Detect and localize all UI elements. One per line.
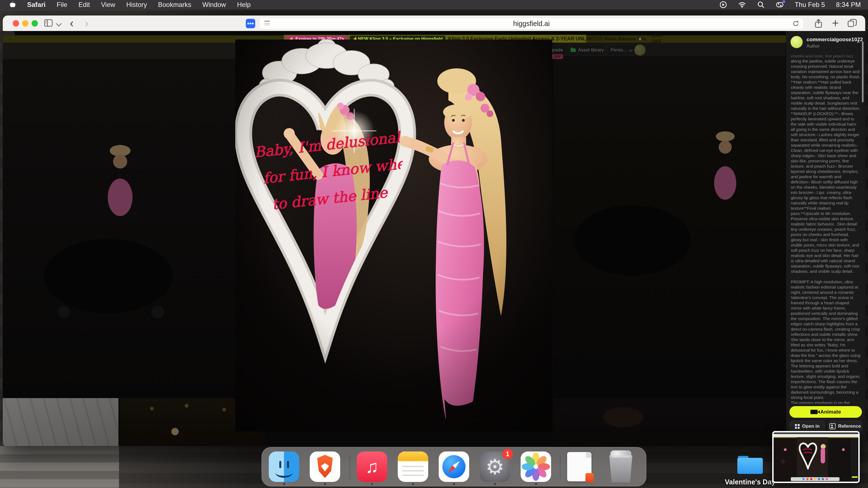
menu-date[interactable]: Thu Feb 5 (795, 1, 825, 8)
brave-file-badge-icon (585, 473, 594, 483)
author-avatar[interactable] (790, 36, 803, 48)
page-content: Upgrade OFF Asset library Perso... ⚡ Exp… (3, 31, 865, 446)
dock-separator (560, 455, 560, 479)
settings-icon[interactable]: ⚙ 1 (480, 452, 510, 482)
mini-dock (791, 477, 839, 481)
control-center-icon[interactable] (776, 1, 783, 8)
menu-time[interactable]: 8:34 PM (836, 1, 861, 8)
reload-icon[interactable] (793, 20, 799, 27)
search-icon[interactable] (757, 1, 765, 8)
finder-icon[interactable] (269, 452, 299, 482)
prompt-text[interactable]: cheeks and nose, fine peach fuzz along t… (791, 53, 861, 404)
menu-file[interactable]: File (57, 1, 67, 8)
photo-illustration: Baby, I'm delusional for fun, I know whe… (235, 39, 552, 431)
apple-logo-icon[interactable] (8, 1, 16, 8)
tab-overview-icon[interactable] (847, 19, 857, 29)
menu-edit[interactable]: Edit (78, 1, 90, 8)
menu-view[interactable]: View (101, 1, 116, 8)
brave-icon[interactable] (310, 452, 340, 482)
mini-figure-dress (821, 448, 825, 463)
dock: ♫ ⚙ 1 (261, 447, 646, 486)
sidebar-scrollbar[interactable] (862, 41, 864, 102)
address-bar[interactable]: higgsfield.ai (259, 18, 804, 29)
grid-icon (795, 424, 800, 429)
running-indicator (494, 483, 496, 485)
author-row: commercialgoose1072 Author × (786, 34, 865, 52)
wifi-icon[interactable] (738, 1, 746, 8)
author-role: Author (807, 44, 819, 49)
running-indicator (453, 483, 455, 485)
photos-icon[interactable] (521, 452, 551, 482)
dock-separator (349, 455, 350, 479)
zoom-window-button[interactable] (32, 20, 38, 27)
browser-toolbar: ‹ › higgsfield.ai + (3, 15, 865, 31)
mini-heart-mirror (798, 438, 818, 469)
mini-gallery-left (774, 438, 797, 477)
reader-view-icon[interactable] (264, 21, 270, 26)
wallpaper-bench (0, 446, 119, 488)
menu-help[interactable]: Help (237, 1, 250, 8)
back-button[interactable]: ‹ (70, 15, 73, 31)
video-camera-icon (810, 410, 817, 414)
screen-mirroring-icon[interactable] (719, 1, 727, 8)
banner-close-button[interactable]: × (638, 35, 642, 42)
running-indicator (535, 483, 537, 485)
trash-icon[interactable] (607, 452, 635, 483)
detail-sidebar: commercialgoose1072 Author × cheeks and … (786, 31, 865, 446)
document-icon[interactable] (567, 452, 591, 481)
new-tab-icon[interactable]: + (832, 17, 839, 30)
animate-button[interactable]: Animate (789, 406, 862, 418)
safari-icon[interactable] (439, 452, 469, 482)
running-indicator (412, 483, 414, 485)
menu-window[interactable]: Window (202, 1, 226, 8)
menu-history[interactable]: History (126, 1, 147, 8)
sidebar-toggle-icon[interactable] (44, 20, 53, 28)
screenshot-preview-content (774, 432, 858, 482)
animate-label: Animate (820, 409, 841, 415)
running-indicator (283, 483, 285, 485)
notification-dot (782, 0, 785, 3)
minimize-window-button[interactable] (22, 20, 29, 27)
mini-modal-photo (797, 437, 828, 478)
notes-icon[interactable] (398, 452, 428, 482)
mini-toolbar (774, 434, 858, 437)
mini-gallery-right (832, 438, 851, 477)
share-icon[interactable] (814, 19, 823, 29)
close-icon[interactable]: × (857, 38, 860, 45)
mini-sidebar (851, 438, 858, 482)
close-window-button[interactable] (13, 20, 19, 27)
running-indicator (324, 483, 326, 485)
mini-animate-button (852, 476, 858, 478)
url-text: higgsfield.ai (513, 20, 550, 28)
open-in-button[interactable]: Open in (789, 421, 825, 432)
running-indicator (371, 483, 373, 485)
reference-label: Reference (838, 424, 861, 429)
extension-icon[interactable] (246, 19, 255, 28)
author-name[interactable]: commercialgoose1072 (807, 36, 863, 42)
menu-app-name[interactable]: Safari (27, 1, 46, 8)
music-icon[interactable]: ♫ (357, 452, 387, 482)
banner-highlight: 85% OFF (652, 33, 661, 44)
safari-window: ‹ › higgsfield.ai + Upgrade OFF (3, 15, 865, 446)
portrait-icon (830, 423, 836, 429)
menu-bookmarks[interactable]: Bookmarks (158, 1, 191, 8)
settings-badge: 1 (502, 449, 513, 459)
menu-bar: Safari File Edit View History Bookmarks … (0, 0, 868, 9)
desktop-folder-icon[interactable] (737, 456, 763, 474)
sidebar-chevron-icon[interactable] (57, 22, 61, 27)
open-in-label: Open in (802, 424, 819, 429)
reference-button[interactable]: Reference (828, 421, 863, 432)
prompt-fade-top (786, 53, 865, 59)
screenshot-preview-thumbnail[interactable] (772, 431, 860, 483)
forward-button[interactable]: › (85, 15, 89, 31)
modal-photo[interactable]: Baby, I'm delusional for fun, I know whe… (235, 39, 552, 431)
